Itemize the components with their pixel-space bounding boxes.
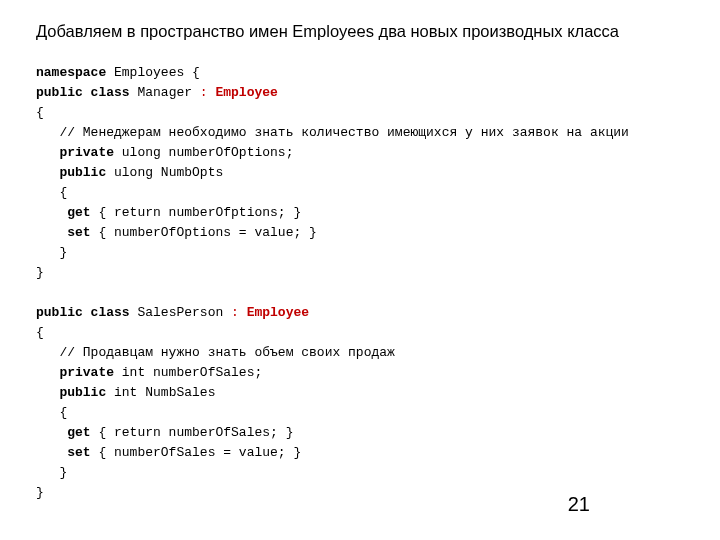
code-text: { return numberOfptions; } [91, 205, 302, 220]
code-text: ulong numberOfOptions; [114, 145, 293, 160]
code-text: { numberOfOptions = value; } [91, 225, 317, 240]
base-class: Employee [239, 305, 309, 320]
base-class: Employee [208, 85, 278, 100]
code-text: { [36, 185, 67, 200]
code-text: { [36, 105, 44, 120]
code-text: } [36, 485, 44, 500]
kw-get: get [36, 205, 91, 220]
code-text: { [36, 405, 67, 420]
code-text: { numberOfSales = value; } [91, 445, 302, 460]
class-name: SalesPerson [130, 305, 231, 320]
class-name: Manager [130, 85, 200, 100]
kw-public-class: public class [36, 305, 130, 320]
colon: : [200, 85, 208, 100]
kw-public: public [36, 165, 106, 180]
code-text: Employees { [106, 65, 200, 80]
kw-namespace: namespace [36, 65, 106, 80]
code-text: } [36, 265, 44, 280]
code-comment: // Менеджерам необходимо знать количеств… [36, 125, 629, 140]
kw-set: set [36, 225, 91, 240]
kw-public-class: public class [36, 85, 130, 100]
kw-public: public [36, 385, 106, 400]
kw-get: get [36, 425, 91, 440]
colon: : [231, 305, 239, 320]
code-text: int numberOfSales; [114, 365, 262, 380]
code-block: namespace Employees { public class Manag… [0, 41, 720, 503]
code-text: ulong NumbOpts [106, 165, 223, 180]
kw-private: private [36, 145, 114, 160]
code-text: } [36, 465, 67, 480]
code-text: } [36, 245, 67, 260]
code-text: { return numberOfSales; } [91, 425, 294, 440]
code-text: int NumbSales [106, 385, 215, 400]
slide-title: Добавляем в пространство имен Employees … [0, 0, 720, 41]
code-text: { [36, 325, 44, 340]
kw-set: set [36, 445, 91, 460]
code-comment: // Продавцам нужно знать объем своих про… [36, 345, 395, 360]
page-number: 21 [568, 493, 590, 516]
kw-private: private [36, 365, 114, 380]
